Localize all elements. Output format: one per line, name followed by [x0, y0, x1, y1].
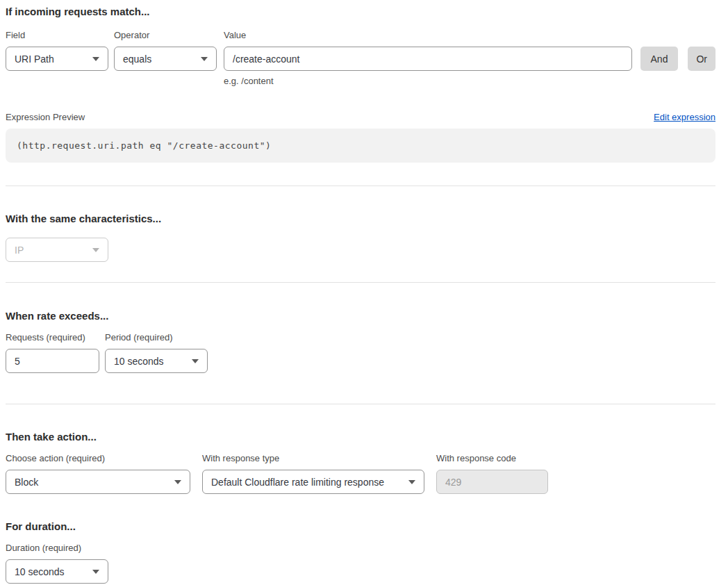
chevron-down-icon: [408, 480, 415, 484]
chevron-down-icon: [192, 359, 199, 363]
condition-row: Field URI Path Operator equals Value e.g…: [6, 30, 715, 86]
field-select-value: URI Path: [15, 53, 54, 65]
chevron-down-icon: [174, 480, 181, 484]
characteristic-select-value: IP: [15, 245, 24, 256]
expression-preview-label: Expression Preview: [6, 112, 85, 122]
divider: [6, 404, 715, 404]
requests-label: Requests (required): [6, 332, 99, 343]
response-type-label: With response type: [202, 453, 424, 463]
section-title-action: Then take action...: [6, 431, 715, 443]
response-type-select[interactable]: Default Cloudflare rate limiting respons…: [202, 470, 424, 494]
response-code-label: With response code: [436, 453, 548, 463]
or-button[interactable]: Or: [688, 47, 715, 71]
divider: [6, 186, 715, 186]
period-select[interactable]: 10 seconds: [105, 349, 208, 373]
value-input[interactable]: [224, 47, 632, 71]
and-button[interactable]: And: [640, 47, 679, 71]
duration-select[interactable]: 10 seconds: [6, 559, 108, 584]
action-select-value: Block: [15, 477, 38, 488]
operator-select-value: equals: [123, 53, 151, 65]
value-label: Value: [224, 30, 632, 40]
chevron-down-icon: [92, 57, 99, 61]
rate-row: Requests (required) Period (required) 10…: [6, 332, 715, 373]
rate-limit-rule-form: If incoming requests match... Field URI …: [0, 0, 728, 585]
choose-action-label: Choose action (required): [6, 453, 190, 463]
chevron-down-icon: [92, 248, 99, 252]
chevron-down-icon: [201, 57, 208, 61]
characteristic-select: IP: [6, 238, 108, 262]
duration-label: Duration (required): [6, 543, 108, 553]
operator-label: Operator: [114, 30, 217, 40]
chevron-down-icon: [92, 570, 99, 574]
section-title-rate: When rate exceeds...: [6, 310, 715, 322]
duration-row: Duration (required) 10 seconds: [6, 543, 715, 584]
requests-input[interactable]: [6, 349, 99, 373]
section-title-characteristics: With the same characteristics...: [6, 213, 715, 224]
action-select[interactable]: Block: [6, 470, 190, 494]
expression-text: (http.request.uri.path eq "/create-accou…: [17, 140, 271, 151]
section-title-duration: For duration...: [6, 520, 715, 532]
section-title-match: If incoming requests match...: [6, 6, 715, 17]
period-label: Period (required): [105, 332, 208, 343]
duration-select-value: 10 seconds: [15, 566, 65, 577]
response-code-input: [436, 470, 548, 494]
field-select[interactable]: URI Path: [6, 47, 108, 71]
expression-preview-box: (http.request.uri.path eq "/create-accou…: [6, 129, 715, 163]
operator-select[interactable]: equals: [114, 47, 217, 71]
edit-expression-link[interactable]: Edit expression: [654, 112, 715, 122]
response-type-select-value: Default Cloudflare rate limiting respons…: [211, 477, 384, 488]
action-row: Choose action (required) Block With resp…: [6, 453, 715, 494]
value-hint: e.g. /content: [224, 76, 632, 86]
period-select-value: 10 seconds: [114, 356, 164, 367]
field-label: Field: [6, 30, 108, 40]
divider: [6, 282, 715, 283]
